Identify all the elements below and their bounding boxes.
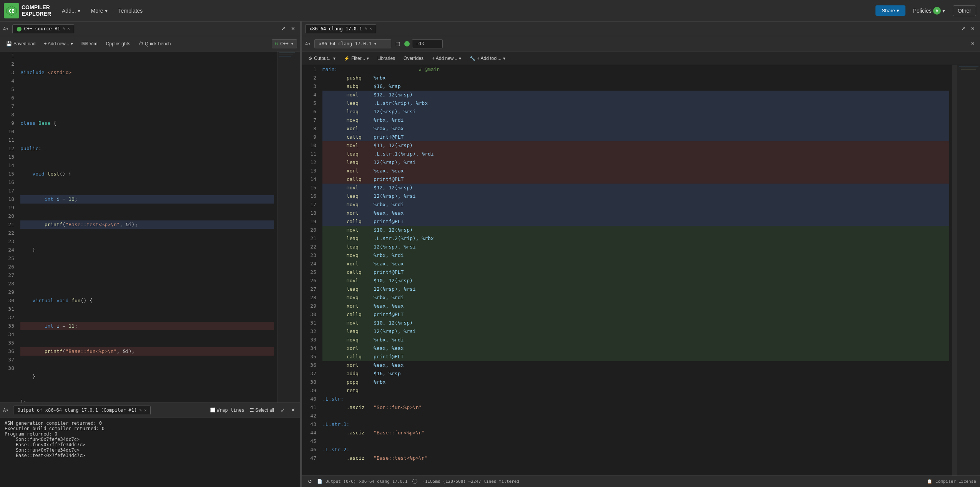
language-selector[interactable]: G C++ ▾ [272,39,297,48]
select-all-button[interactable]: ☰ Select all [247,407,276,414]
output-status-icon: 📄 [317,479,322,484]
cpp-source-tab[interactable]: ⬤ C++ source #1 ✎ ✕ [12,24,74,33]
filter-btn[interactable]: ⚡ Filter... ▾ [341,55,372,62]
chevron-down-icon: ▾ [105,8,108,14]
compiler-license: Compiler License [935,479,976,484]
reload-button[interactable]: ↺ [306,478,314,485]
logo-icon: CE [4,3,19,18]
chevron-down-icon: ▾ [459,56,461,61]
output-btn[interactable]: ⚙ Output... ▾ [305,55,339,62]
chevron-down-icon: ▾ [333,56,336,61]
asm-sub-toolbar: ⚙ Output... ▾ ⚡ Filter... ▾ Libraries Ov… [302,51,980,65]
asm-output-area[interactable]: 12345 678910 1112131415 1617181920 21222… [302,65,980,475]
add-new-button[interactable]: + Add new... ▾ [41,40,76,48]
tab-close-button[interactable]: ✕ [67,26,70,31]
code-editor[interactable]: 12345 678910 1112131415 1617181920 21222… [0,51,300,403]
add-new-compiler-btn[interactable]: + Add new... ▾ [429,55,464,62]
bench-icon: ⏱ [139,41,143,46]
editor-tab-bar: A▾ ⬤ C++ source #1 ✎ ✕ ⤢ ✕ [0,22,300,36]
svg-rect-3 [279,52,295,53]
chevron-down-icon: ▾ [71,41,73,46]
svg-rect-2 [277,51,300,205]
output-tab-close[interactable]: ✕ [144,408,147,413]
info-button[interactable]: ⓘ [410,477,419,486]
save-load-button[interactable]: 💾 Save/Load [3,40,38,48]
output-line: Base::test<0x7fefe34dc7c> [5,453,296,458]
libraries-btn[interactable]: Libraries [374,55,398,62]
status-ok-indicator [404,41,410,46]
output-tab-bar: A▾ Output of x86-64 clang 17.0.1 (Compil… [0,403,300,417]
asm-status-bar: ↺ 📄 Output (0/0) x86-64 clang 17.0.1 ⓘ -… [302,475,980,487]
add-menu-button[interactable]: Add... ▾ [57,5,85,16]
line-numbers: 12345 678910 1112131415 1617181920 21222… [0,51,17,403]
asm-scrollbar[interactable] [952,65,957,475]
output-panel-label: A▾ [3,407,8,413]
cpp-insights-button[interactable]: CppInsights [103,40,133,48]
edit-icon[interactable]: ✎ [364,26,367,31]
compiler-selector[interactable]: x86-64 clang 17.0.1 ▾ [314,39,391,48]
asm-tab[interactable]: x86-64 clang 17.0.1 ✎ ✕ [305,24,376,33]
output-tab[interactable]: Output of x86-64 clang 17.0.1 (Compiler … [13,406,151,414]
open-compiler-button[interactable]: ⬚ [394,40,402,47]
editor-toolbar: 💾 Save/Load + Add new... ▾ ⌨ Vim CppInsi… [0,36,300,51]
svg-rect-9 [961,69,976,70]
add-tool-btn[interactable]: 🔧 + Add tool... ▾ [467,55,508,62]
chevron-down-icon: ▾ [897,8,899,13]
minimap [277,51,300,403]
svg-rect-7 [959,66,978,67]
asm-line-numbers: 12345 678910 1112131415 1617181920 21222… [302,65,319,475]
close-editor-button[interactable]: ✕ [289,25,297,32]
output-panel: A▾ Output of x86-64 clang 17.0.1 (Compil… [0,403,300,487]
output-line: Base::fun<0x7ffefe34dc7c> [5,442,296,447]
edit-icon[interactable]: ✎ [139,408,142,413]
maximize-asm-button[interactable]: ⤢ [959,25,967,32]
svg-rect-6 [957,65,980,296]
tab-icon: ⬤ [17,26,22,31]
quick-bench-button[interactable]: ⏱ Quick-bench [136,40,174,48]
maximize-editor-button[interactable]: ⤢ [279,25,287,32]
policies-button[interactable]: Policies A ▾ [909,5,950,17]
wrap-lines-checkbox[interactable] [210,407,215,412]
output-line: Son::fun<0x7fefe34dc7c> [5,447,296,453]
vim-icon: ⌨ [81,41,88,46]
asm-tab-close[interactable]: ✕ [369,26,372,31]
optimization-flags-input[interactable]: -O3 [412,39,443,48]
right-panel: x86-64 clang 17.0.1 ✎ ✕ ⤢ ✕ A▾ x86-64 cl… [302,22,980,487]
nav-right: Share ▾ Policies A ▾ Other [875,5,976,17]
more-menu-button[interactable]: More ▾ [86,5,112,16]
share-button[interactable]: Share ▾ [875,5,905,16]
compile-stats: -1185ms (1287508) ~2247 lines filtered [422,479,519,484]
editor-label: A▾ [3,26,8,31]
output-line: ASM generation compiler returned: 0 [5,421,296,426]
left-panel: A▾ ⬤ C++ source #1 ✎ ✕ ⤢ ✕ 💾 Save/Load +… [0,22,301,487]
close-asm-button[interactable]: ✕ [969,25,977,32]
chevron-down-icon: ▾ [503,56,505,61]
maximize-output-button[interactable]: ⤢ [279,406,287,414]
chevron-down-icon: ▾ [78,8,80,14]
chevron-down-icon: ▾ [367,56,369,61]
asm-tab-bar: x86-64 clang 17.0.1 ✎ ✕ ⤢ ✕ [302,22,980,36]
asm-lines: main: # @main pushq %rbx subq $16, %rsp … [319,65,952,475]
edit-icon[interactable]: ✎ [62,26,65,31]
wrench-icon: 🔧 [470,56,475,61]
select-all-icon: ☰ [250,407,254,413]
templates-button[interactable]: Templates [114,5,148,16]
output-icon: ⚙ [308,56,312,61]
main-layout: A▾ ⬤ C++ source #1 ✎ ✕ ⤢ ✕ 💾 Save/Load +… [0,22,980,487]
close-output-button[interactable]: ✕ [289,406,297,414]
license-icon: 📋 [927,479,932,484]
save-icon: 💾 [6,41,12,46]
top-nav: CE COMPILER EXPLORER Add... ▾ More ▾ Tem… [0,0,980,22]
status-compiler-name: x86-64 clang 17.0.1 [359,479,407,484]
output-toolbar: Wrap lines ☰ Select all [210,407,276,414]
code-lines[interactable]: #include <cstdio> class Base { public: v… [17,51,277,403]
other-button[interactable]: Other [953,5,976,16]
vim-button[interactable]: ⌨ Vim [78,40,100,48]
output-content: ASM generation compiler returned: 0 Exec… [0,417,300,487]
logo: CE COMPILER EXPLORER [4,3,51,18]
svg-text:CE: CE [9,8,14,14]
output-line: Execution build compiler returned: 0 [5,426,296,431]
close-compiler-button[interactable]: ✕ [969,40,977,47]
wrap-lines-label[interactable]: Wrap lines [210,407,244,413]
overrides-btn[interactable]: Overrides [400,55,427,62]
